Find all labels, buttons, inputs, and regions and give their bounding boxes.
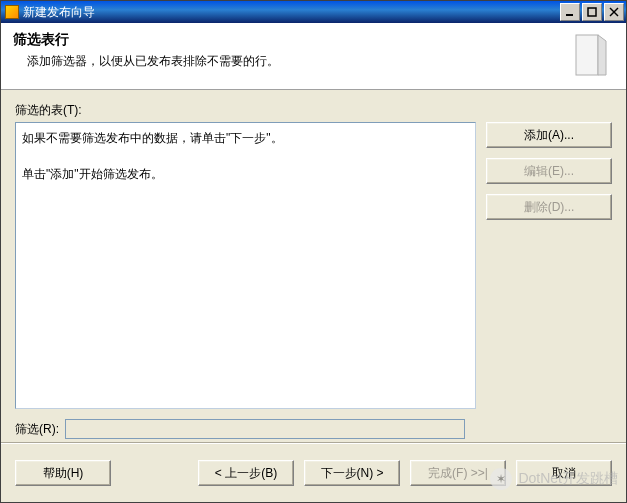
filtered-tables-listbox[interactable]: 如果不需要筛选发布中的数据，请单击"下一步"。 单击"添加"开始筛选发布。 <box>15 122 476 409</box>
wizard-footer: 帮助(H) < 上一步(B) 下一步(N) > 完成(F) >>| 取消 <box>1 443 626 502</box>
page-title: 筛选表行 <box>13 31 558 49</box>
delete-button: 删除(D)... <box>486 194 612 220</box>
wizard-header: 筛选表行 添加筛选器，以便从已发布表排除不需要的行。 <box>1 23 626 90</box>
hint-line-2: 单击"添加"开始筛选发布。 <box>22 165 469 183</box>
app-icon <box>5 5 19 19</box>
svg-rect-1 <box>588 8 596 16</box>
finish-button: 完成(F) >>| <box>410 460 506 486</box>
titlebar: 新建发布向导 <box>1 1 626 23</box>
hint-line-1: 如果不需要筛选发布中的数据，请单击"下一步"。 <box>22 129 469 147</box>
window-title: 新建发布向导 <box>23 4 560 21</box>
svg-marker-5 <box>598 35 606 75</box>
svg-rect-4 <box>576 35 598 75</box>
help-button[interactable]: 帮助(H) <box>15 460 111 486</box>
page-description: 添加筛选器，以便从已发布表排除不需要的行。 <box>27 53 558 70</box>
next-button[interactable]: 下一步(N) > <box>304 460 400 486</box>
maximize-button[interactable] <box>582 3 602 21</box>
tables-label: 筛选的表(T): <box>15 102 612 119</box>
minimize-button[interactable] <box>560 3 580 21</box>
add-button[interactable]: 添加(A)... <box>486 122 612 148</box>
back-button[interactable]: < 上一步(B) <box>198 460 294 486</box>
filter-readonly-field <box>65 419 465 439</box>
wizard-icon <box>566 31 614 79</box>
edit-button: 编辑(E)... <box>486 158 612 184</box>
filter-label: 筛选(R): <box>15 421 59 438</box>
close-button[interactable] <box>604 3 624 21</box>
cancel-button[interactable]: 取消 <box>516 460 612 486</box>
